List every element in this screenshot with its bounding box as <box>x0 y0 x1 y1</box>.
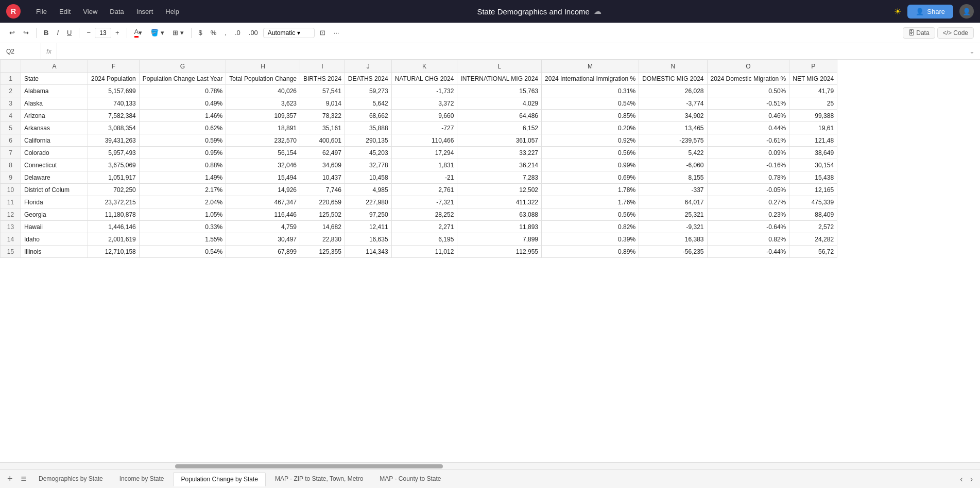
cell-i-12[interactable]: 125,502 <box>300 208 345 221</box>
cell-h-5[interactable]: 18,891 <box>226 122 300 134</box>
cell-p-11[interactable]: 475,339 <box>789 196 837 208</box>
cell-g-4[interactable]: 1.46% <box>139 110 226 122</box>
cell-n-5[interactable]: 13,465 <box>639 122 707 134</box>
cell-g-15[interactable]: 0.54% <box>139 246 226 258</box>
cell-i-7[interactable]: 62,497 <box>300 147 345 159</box>
col-header-o[interactable]: O <box>707 60 789 73</box>
cell-state-11[interactable]: Florida <box>21 196 88 208</box>
add-sheet-button[interactable]: + <box>4 473 16 485</box>
decimal-more-button[interactable]: .00 <box>246 27 261 39</box>
cell-k-3[interactable]: 3,372 <box>391 97 457 110</box>
cell-j-2[interactable]: 59,273 <box>345 85 391 97</box>
font-size-input[interactable] <box>95 28 111 38</box>
decimal-less-button[interactable]: .0 <box>232 27 244 39</box>
cell-m-12[interactable]: 0.56% <box>542 208 639 221</box>
cell-k-10[interactable]: 2,761 <box>391 184 457 196</box>
cell-k-7[interactable]: 17,294 <box>391 147 457 159</box>
cell-p-2[interactable]: 41,79 <box>789 85 837 97</box>
menu-edit[interactable]: Edit <box>54 6 76 18</box>
cell-i-15[interactable]: 125,355 <box>300 246 345 258</box>
cell-n-9[interactable]: 8,155 <box>639 171 707 184</box>
cell-state-7[interactable]: Colorado <box>21 147 88 159</box>
cell-state-13[interactable]: Hawaii <box>21 221 88 233</box>
cell-j-7[interactable]: 45,203 <box>345 147 391 159</box>
cell-o-4[interactable]: 0.46% <box>707 110 789 122</box>
scroll-thumb[interactable] <box>175 464 443 468</box>
cell-p-4[interactable]: 99,388 <box>789 110 837 122</box>
cell-k-6[interactable]: 110,466 <box>391 134 457 147</box>
cell-k-13[interactable]: 2,271 <box>391 221 457 233</box>
tab-income[interactable]: Income by State <box>112 472 171 486</box>
cell-j-13[interactable]: 12,411 <box>345 221 391 233</box>
cell-f-11[interactable]: 23,372,215 <box>88 196 140 208</box>
cell-n-7[interactable]: 5,422 <box>639 147 707 159</box>
formula-input[interactable] <box>57 47 964 55</box>
cell-i-11[interactable]: 220,659 <box>300 196 345 208</box>
cell-state-12[interactable]: Georgia <box>21 208 88 221</box>
cell-j-4[interactable]: 68,662 <box>345 110 391 122</box>
cell-f-2[interactable]: 5,157,699 <box>88 85 140 97</box>
cell-o-10[interactable]: -0.05% <box>707 184 789 196</box>
cell-m-14[interactable]: 0.39% <box>542 233 639 246</box>
menu-help[interactable]: Help <box>160 6 184 18</box>
cell-g-10[interactable]: 2.17% <box>139 184 226 196</box>
cell-h-10[interactable]: 14,926 <box>226 184 300 196</box>
cell-f-12[interactable]: 11,180,878 <box>88 208 140 221</box>
cell-n-6[interactable]: -239,575 <box>639 134 707 147</box>
cell-n-10[interactable]: -337 <box>639 184 707 196</box>
cell-n-8[interactable]: -6,060 <box>639 159 707 171</box>
cell-state-4[interactable]: Arizona <box>21 110 88 122</box>
col-header-a[interactable]: A <box>21 60 88 73</box>
cell-h-6[interactable]: 232,570 <box>226 134 300 147</box>
cell-l-6[interactable]: 361,057 <box>457 134 542 147</box>
cell-state-2[interactable]: Alabama <box>21 85 88 97</box>
cell-m-5[interactable]: 0.20% <box>542 122 639 134</box>
cell-g-9[interactable]: 1.49% <box>139 171 226 184</box>
cell-p-3[interactable]: 25 <box>789 97 837 110</box>
cell-l-4[interactable]: 64,486 <box>457 110 542 122</box>
cell-g-11[interactable]: 2.04% <box>139 196 226 208</box>
tab-nav-next-button[interactable]: › <box>967 474 976 485</box>
cell-j-9[interactable]: 10,458 <box>345 171 391 184</box>
cell-h-8[interactable]: 32,046 <box>226 159 300 171</box>
col-header-k[interactable]: K <box>391 60 457 73</box>
cell-n-15[interactable]: -56,235 <box>639 246 707 258</box>
cell-n-12[interactable]: 25,321 <box>639 208 707 221</box>
cell-h-12[interactable]: 116,446 <box>226 208 300 221</box>
cell-p-15[interactable]: 56,72 <box>789 246 837 258</box>
cell-l-14[interactable]: 7,899 <box>457 233 542 246</box>
cell-o-14[interactable]: 0.82% <box>707 233 789 246</box>
cell-f-5[interactable]: 3,088,354 <box>88 122 140 134</box>
cell-m-6[interactable]: 0.92% <box>542 134 639 147</box>
cell-l-8[interactable]: 36,214 <box>457 159 542 171</box>
cell-state-15[interactable]: Illinois <box>21 246 88 258</box>
cell-p-14[interactable]: 24,282 <box>789 233 837 246</box>
cell-o-11[interactable]: 0.27% <box>707 196 789 208</box>
cell-f-14[interactable]: 2,001,619 <box>88 233 140 246</box>
col-header-j[interactable]: J <box>345 60 391 73</box>
cell-state-10[interactable]: District of Colum <box>21 184 88 196</box>
cell-h-11[interactable]: 467,347 <box>226 196 300 208</box>
cell-m-7[interactable]: 0.56% <box>542 147 639 159</box>
italic-button[interactable]: I <box>54 27 62 39</box>
dollar-format-button[interactable]: $ <box>196 27 205 39</box>
cell-n-13[interactable]: -9,321 <box>639 221 707 233</box>
cell-k-12[interactable]: 28,252 <box>391 208 457 221</box>
cell-k-15[interactable]: 11,012 <box>391 246 457 258</box>
cell-m-4[interactable]: 0.85% <box>542 110 639 122</box>
cell-g-2[interactable]: 0.78% <box>139 85 226 97</box>
cell-k-11[interactable]: -7,321 <box>391 196 457 208</box>
cell-g-13[interactable]: 0.33% <box>139 221 226 233</box>
cell-f-8[interactable]: 3,675,069 <box>88 159 140 171</box>
data-button[interactable]: 🗄 Data <box>903 27 935 39</box>
cell-j-12[interactable]: 97,250 <box>345 208 391 221</box>
cell-k-4[interactable]: 9,660 <box>391 110 457 122</box>
cell-l-13[interactable]: 11,893 <box>457 221 542 233</box>
menu-insert[interactable]: Insert <box>131 6 159 18</box>
redo-button[interactable]: ↪ <box>20 27 32 39</box>
cell-p-9[interactable]: 15,438 <box>789 171 837 184</box>
cell-i-9[interactable]: 10,437 <box>300 171 345 184</box>
font-size-increase-button[interactable]: + <box>112 27 123 39</box>
cell-h-15[interactable]: 67,899 <box>226 246 300 258</box>
comma-format-button[interactable]: , <box>221 27 230 39</box>
